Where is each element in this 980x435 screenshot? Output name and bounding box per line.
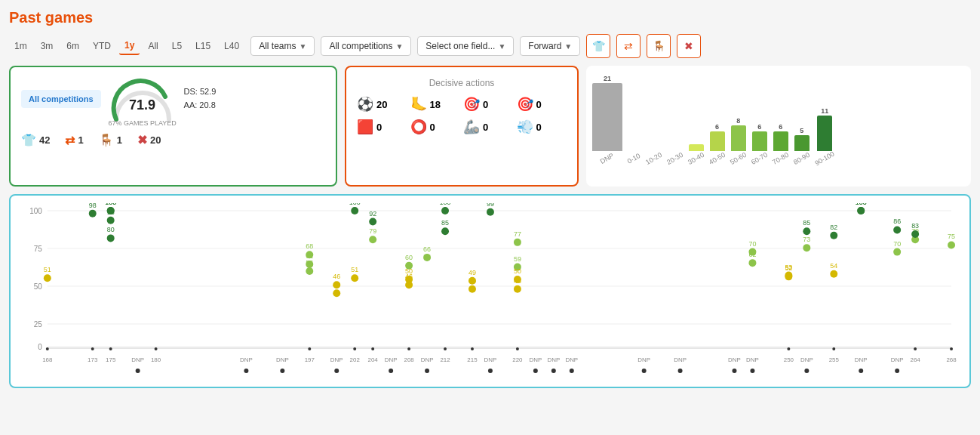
svg-point-97 [351,207,358,214]
svg-text:DNP: DNP [547,356,560,363]
arrows-filter-button[interactable]: ⇄ [616,34,641,58]
svg-text:215: 215 [467,356,478,363]
svg-text:DNP: DNP [800,356,813,363]
svg-point-70 [895,369,899,373]
svg-text:100: 100 [349,203,361,206]
bar-col: 30-40 [687,73,705,162]
svg-point-36 [407,347,410,350]
svg-text:0: 0 [38,343,42,351]
svg-text:66: 66 [423,245,431,253]
svg-point-149 [857,207,865,214]
time-filter-l15[interactable]: L15 [190,38,216,54]
svg-point-131 [748,259,756,267]
svg-text:100: 100 [105,203,116,206]
scatter-chart-card: 100 75 50 25 0 168173175DNP180DNPDNP197D… [9,194,971,388]
bar-rect [794,135,809,151]
ds-aa: DS: 52.9 AA: 20.8 [184,85,217,112]
time-filter-1m[interactable]: 1m [9,38,32,54]
svg-text:168: 168 [42,356,53,363]
svg-text:100: 100 [440,203,451,206]
svg-text:DNP: DNP [330,356,343,363]
svg-point-58 [732,369,736,373]
time-filter-all[interactable]: All [143,38,163,54]
svg-text:100: 100 [856,203,867,206]
svg-text:264: 264 [910,356,920,363]
svg-point-137 [785,273,792,280]
bar-col: 670-80 [772,73,789,162]
svg-text:DNP: DNP [529,356,542,363]
svg-point-139 [803,227,810,235]
bar-rect [592,83,622,151]
bar-col: 850-60 [730,73,747,162]
svg-text:73: 73 [803,236,810,243]
bar-rect [817,116,832,151]
bench-stat: 🪑 1 [99,133,122,147]
svg-text:175: 175 [106,356,116,363]
bench-filter-button[interactable]: 🪑 [647,34,671,58]
svg-text:51: 51 [44,266,51,273]
svg-point-24 [280,369,284,373]
svg-point-153 [893,248,901,256]
svg-text:70: 70 [748,240,756,248]
svg-text:DNP: DNP [385,356,398,363]
svg-text:197: 197 [305,356,315,363]
svg-text:52: 52 [785,264,792,272]
x-stat: ✖ 20 [137,133,161,147]
stats-row: 👕 42 ⇄ 1 🪑 1 ✖ 20 [21,133,325,147]
decisive-shot: 🎯 0 [463,96,514,113]
svg-point-113 [441,207,449,214]
svg-point-157 [911,230,919,238]
svg-text:204: 204 [368,356,379,363]
svg-text:DNP: DNP [131,356,144,363]
error-icon: 💨 [517,119,533,135]
svg-point-85 [107,234,115,242]
toolbar: 1m3m6mYTD1yAllL5L15L40 All teams ▼ All c… [9,34,971,58]
svg-text:93: 93 [107,208,115,216]
field-dropdown[interactable]: Select one field... ▼ [417,36,514,56]
circle-target-icon: 🎯 [517,96,533,113]
shirt-filter-button[interactable]: 👕 [586,34,610,58]
bar-rect [773,131,788,151]
bar-rect [710,131,725,151]
chevron-down-icon: ▼ [498,42,505,51]
position-dropdown[interactable]: Forward ▼ [520,36,580,56]
svg-text:56: 56 [306,259,313,267]
svg-text:DNP: DNP [855,356,868,363]
svg-text:173: 173 [88,356,98,363]
time-filter-6m[interactable]: 6m [61,38,84,54]
x-filter-button[interactable]: ✖ [677,34,701,58]
svg-point-159 [948,242,955,249]
svg-point-46 [516,347,519,350]
svg-text:100: 100 [29,207,42,215]
svg-text:220: 220 [512,356,523,363]
time-filter-l40[interactable]: L40 [219,38,244,54]
bar-col: 21DNP [592,73,622,162]
svg-text:DNP: DNP [674,356,687,363]
svg-point-38 [425,369,429,373]
teams-dropdown[interactable]: All teams ▼ [250,36,315,56]
svg-text:80: 80 [107,226,115,233]
svg-text:268: 268 [946,356,957,363]
x-icon: ✖ [137,133,147,147]
svg-text:208: 208 [404,356,414,363]
time-filter-1y[interactable]: 1y [119,37,140,55]
bar-rect [752,131,767,151]
svg-point-52 [570,369,574,373]
time-filter-l5[interactable]: L5 [167,38,187,54]
svg-text:43: 43 [468,277,476,285]
svg-text:51: 51 [351,266,358,273]
svg-text:DNP: DNP [728,356,741,363]
decisive-penalty-missed: ⭕ 0 [410,119,461,135]
time-filter-ytd[interactable]: YTD [88,38,116,54]
svg-point-62 [787,347,790,350]
svg-text:49: 49 [468,269,476,276]
bar-chart: 21DNP0-1010-2020-3030-40640-50850-60660-… [592,73,965,179]
arrows-icon: ⇄ [65,133,75,147]
svg-text:75: 75 [948,233,955,240]
svg-text:98: 98 [89,203,97,209]
decisive-goal: ⚽ 20 [357,96,407,113]
svg-text:75: 75 [34,245,43,253]
competitions-dropdown[interactable]: All competitions ▼ [321,36,411,56]
time-filter-3m[interactable]: 3m [35,38,59,54]
svg-text:85: 85 [803,219,810,227]
